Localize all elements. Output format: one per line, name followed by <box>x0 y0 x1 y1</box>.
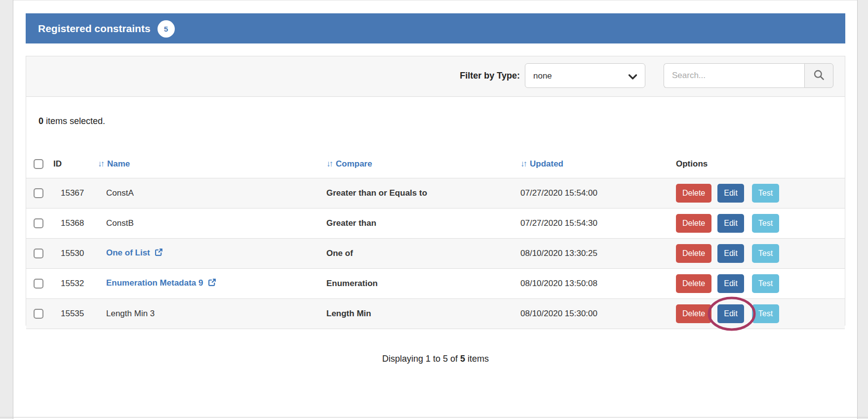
delete-button[interactable]: Delete <box>676 274 711 293</box>
cell-name: ConstB <box>106 218 134 228</box>
table-row: 15532 Enumeration Metadata 9 Enumeration… <box>26 269 845 299</box>
constraint-name[interactable]: One of List <box>106 248 150 257</box>
cell-name: Length Min 3 <box>106 309 155 318</box>
cell-name: One of List <box>106 248 163 257</box>
cell-compare: One of <box>319 239 513 269</box>
cell-name: Enumeration Metadata 9 <box>106 278 216 288</box>
cell-id: 15532 <box>46 269 90 299</box>
table-row: 15530 One of List One of 08/10/2020 13:3… <box>26 239 845 269</box>
cell-options: DeleteEditTest <box>669 178 845 209</box>
filter-toolbar: Filter by Type: none <box>26 56 845 97</box>
selection-suffix: items selected. <box>43 116 105 126</box>
cell-compare: Greater than or Equals to <box>319 178 513 209</box>
delete-button[interactable]: Delete <box>676 214 711 233</box>
edit-button[interactable]: Edit <box>717 214 744 233</box>
search-group <box>664 63 833 88</box>
cell-options: DeleteEditTest <box>669 299 845 329</box>
cell-id: 15535 <box>46 299 90 329</box>
column-header-id: ID <box>46 150 90 178</box>
panel-header: Registered constraints 5 <box>26 13 845 43</box>
edit-button[interactable]: Edit <box>717 184 744 203</box>
left-gutter <box>0 0 13 419</box>
delete-button[interactable]: Delete <box>676 184 711 203</box>
count-badge: 5 <box>158 20 175 38</box>
cell-updated: 07/27/2020 15:54:30 <box>513 209 669 239</box>
search-input[interactable] <box>664 63 804 88</box>
cell-options: DeleteEditTest <box>669 209 845 239</box>
selection-count: 0 <box>39 116 43 126</box>
cell-name: ConstA <box>106 188 134 198</box>
constraint-name: ConstB <box>106 218 134 228</box>
test-button[interactable]: Test <box>752 244 779 263</box>
column-header-compare[interactable]: ↓↑Compare <box>319 150 513 178</box>
delete-button[interactable]: Delete <box>676 244 711 263</box>
edit-button[interactable]: Edit <box>717 244 744 263</box>
column-header-name[interactable]: ↓↑Name <box>90 150 319 178</box>
cell-id: 15530 <box>46 239 90 269</box>
cell-compare: Greater than <box>319 209 513 239</box>
filter-type-select[interactable]: none <box>525 63 645 88</box>
bottom-divider <box>0 417 868 418</box>
table-row: 15367 ConstA Greater than or Equals to 0… <box>26 178 845 209</box>
search-icon <box>813 69 825 82</box>
table-header-row: ID ↓↑Name ↓↑Compare ↓↑Updated Options <box>26 150 845 178</box>
sort-icon: ↓↑ <box>98 159 103 168</box>
row-checkbox[interactable] <box>34 249 43 258</box>
constraint-name: ConstA <box>106 188 134 198</box>
constraints-panel: Filter by Type: none 0 items selected. <box>26 56 845 326</box>
footer-total: 5 <box>460 354 465 364</box>
footer-suffix: items <box>465 354 489 364</box>
test-button[interactable]: Test <box>752 214 779 233</box>
column-header-options: Options <box>669 150 845 178</box>
right-gutter <box>857 0 868 419</box>
row-checkbox[interactable] <box>34 309 43 319</box>
top-divider <box>13 0 857 0</box>
cell-id: 15368 <box>46 209 90 239</box>
page-title: Registered constraints <box>38 23 151 35</box>
selection-status: 0 items selected. <box>39 116 105 126</box>
cell-options: DeleteEditTest <box>669 269 845 299</box>
table-row: 15368 ConstB Greater than 07/27/2020 15:… <box>26 209 845 239</box>
delete-button[interactable]: Delete <box>676 304 711 323</box>
sort-icon: ↓↑ <box>326 159 332 168</box>
cell-updated: 07/27/2020 15:54:00 <box>513 178 669 209</box>
table-body: 15367 ConstA Greater than or Equals to 0… <box>26 178 845 329</box>
test-button[interactable]: Test <box>752 274 779 293</box>
table-row: 15535 Length Min 3 Length Min 08/10/2020… <box>26 299 845 329</box>
constraint-name[interactable]: Enumeration Metadata 9 <box>106 278 203 288</box>
row-checkbox[interactable] <box>34 218 43 228</box>
cell-compare: Length Min <box>319 299 513 329</box>
row-checkbox[interactable] <box>34 279 43 289</box>
row-checkbox[interactable] <box>34 188 43 198</box>
cell-compare: Enumeration <box>319 269 513 299</box>
edit-button[interactable]: Edit <box>717 304 744 323</box>
select-all-checkbox[interactable] <box>34 159 43 169</box>
test-button[interactable]: Test <box>752 304 779 323</box>
constraint-name: Length Min 3 <box>106 309 155 318</box>
cell-updated: 08/10/2020 15:30:00 <box>513 299 669 329</box>
edit-button[interactable]: Edit <box>717 274 744 293</box>
filter-type-select-wrap: none <box>525 63 645 88</box>
sort-icon: ↓↑ <box>520 159 526 168</box>
cell-id: 15367 <box>46 178 90 209</box>
filter-by-type-label: Filter by Type: <box>26 56 520 96</box>
footer-prefix: Displaying 1 to 5 of <box>382 354 460 364</box>
cell-options: DeleteEditTest <box>669 239 845 269</box>
search-button[interactable] <box>804 63 833 88</box>
pagination-status: Displaying 1 to 5 of 5 items <box>26 354 845 364</box>
column-header-updated[interactable]: ↓↑Updated <box>513 150 669 178</box>
test-button[interactable]: Test <box>752 184 779 203</box>
constraints-table: ID ↓↑Name ↓↑Compare ↓↑Updated Options 15… <box>26 150 845 329</box>
cell-updated: 08/10/2020 13:30:25 <box>513 239 669 269</box>
external-link-icon <box>208 278 216 289</box>
external-link-icon <box>155 248 163 259</box>
cell-updated: 08/10/2020 13:50:08 <box>513 269 669 299</box>
